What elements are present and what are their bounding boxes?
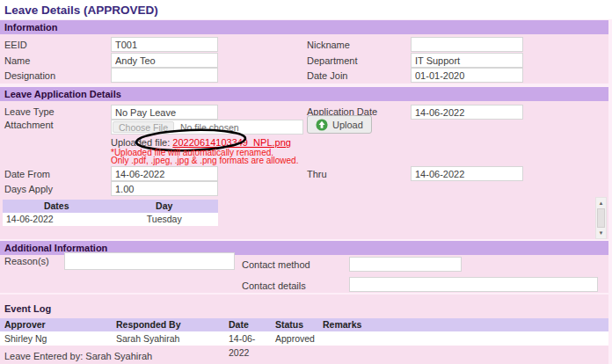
eeid-label: EEID xyxy=(4,40,27,50)
eeid-input[interactable] xyxy=(111,37,218,52)
upload-button-label: Upload xyxy=(332,120,363,130)
reason-label: Reason(s) xyxy=(4,256,49,266)
event-log-title: Event Log xyxy=(4,303,51,314)
page-title: Leave Details (APPROVED) xyxy=(4,4,158,17)
nickname-label: Nickname xyxy=(307,40,350,50)
contact-method-input[interactable] xyxy=(349,257,462,272)
department-label: Department xyxy=(307,55,357,66)
information-section-header: Information xyxy=(0,20,608,34)
uploaded-file-link[interactable]: 20220614103349_NPL.png xyxy=(172,137,291,148)
contact-method-label: Contact method xyxy=(242,259,310,270)
name-label: Name xyxy=(4,55,30,66)
uploaded-file-line: Uploaded file: 20220614103349_NPL.png xyxy=(111,137,291,148)
day-column-header: Day xyxy=(111,200,219,213)
name-input[interactable] xyxy=(111,53,218,68)
thru-label: Thru xyxy=(307,169,327,179)
date-cell: 14-06-2022 xyxy=(3,213,111,226)
contact-details-input[interactable] xyxy=(349,277,598,292)
leave-type-label: Leave Type xyxy=(4,106,55,117)
uploaded-file-label: Uploaded file: xyxy=(111,137,170,148)
status-column-header: Status xyxy=(271,318,318,331)
approver-column-header: Approver xyxy=(0,318,112,331)
leave-entered-by-text: Leave Entered by: Sarah Syahirah xyxy=(4,351,152,361)
days-apply-input[interactable] xyxy=(111,181,218,196)
day-cell: Tuesday xyxy=(111,213,219,226)
remarks-column-header: Remarks xyxy=(318,318,608,331)
event-log-header-row: Approver Responded By Date Status Remark… xyxy=(0,318,608,331)
date-from-input[interactable] xyxy=(111,166,218,181)
upload-icon xyxy=(316,119,328,131)
file-input[interactable]: Choose File No file chosen xyxy=(111,120,303,135)
dates-column-header: Dates xyxy=(3,200,111,213)
dates-table-header: Dates Day xyxy=(3,200,218,213)
dates-table: Dates Day 14-06-2022 Tuesday xyxy=(3,200,218,226)
approver-cell: Shirley Ng xyxy=(0,331,112,346)
attachment-label: Attachment xyxy=(4,120,54,130)
responded-by-cell: Sarah Syahirah xyxy=(112,331,224,346)
thru-input[interactable] xyxy=(411,166,523,181)
date-cell: 14-06-2022 xyxy=(224,331,271,346)
nickname-input[interactable] xyxy=(411,37,523,52)
dates-table-row: 14-06-2022 Tuesday xyxy=(3,213,218,226)
responded-by-column-header: Responded By xyxy=(112,318,224,331)
date-from-label: Date From xyxy=(4,169,50,179)
department-input[interactable] xyxy=(411,53,523,68)
choose-file-button[interactable]: Choose File xyxy=(113,121,174,133)
scrollbar-thumb[interactable] xyxy=(597,208,605,228)
scroll-down-icon[interactable]: ▼ xyxy=(596,228,606,238)
event-log-row: Shirley Ng Sarah Syahirah 14-06-2022 App… xyxy=(0,331,608,346)
information-section: Information EEID Nickname Name Departmen… xyxy=(0,20,608,84)
date-join-label: Date Join xyxy=(307,70,347,81)
designation-input[interactable] xyxy=(111,68,218,83)
dates-scrollbar[interactable]: ▲ ▼ xyxy=(595,197,607,239)
additional-information-section: Additional Information Reason(s) Contact… xyxy=(0,241,608,293)
upload-warning-line2: Only .pdf, .jpeg, .jpg & .png formats ar… xyxy=(111,156,298,165)
application-date-input[interactable] xyxy=(411,105,523,120)
date-join-input[interactable] xyxy=(411,68,523,83)
remarks-cell xyxy=(318,331,608,346)
leave-type-input[interactable] xyxy=(111,105,218,120)
leave-application-details-section: Leave Application Details Leave Type App… xyxy=(0,87,608,239)
reason-textarea[interactable] xyxy=(64,252,235,270)
date-column-header: Date xyxy=(224,318,271,331)
status-cell: Approved xyxy=(271,331,318,346)
leave-details-section-header: Leave Application Details xyxy=(0,87,608,101)
designation-label: Designation xyxy=(4,70,55,81)
file-status-text: No file chosen xyxy=(180,122,239,133)
days-apply-label: Days Apply xyxy=(4,184,53,194)
scroll-up-icon[interactable]: ▲ xyxy=(596,198,606,208)
contact-details-label: Contact details xyxy=(242,280,306,291)
event-log-section: Event Log Approver Responded By Date Sta… xyxy=(0,295,608,364)
upload-button[interactable]: Upload xyxy=(307,115,372,134)
